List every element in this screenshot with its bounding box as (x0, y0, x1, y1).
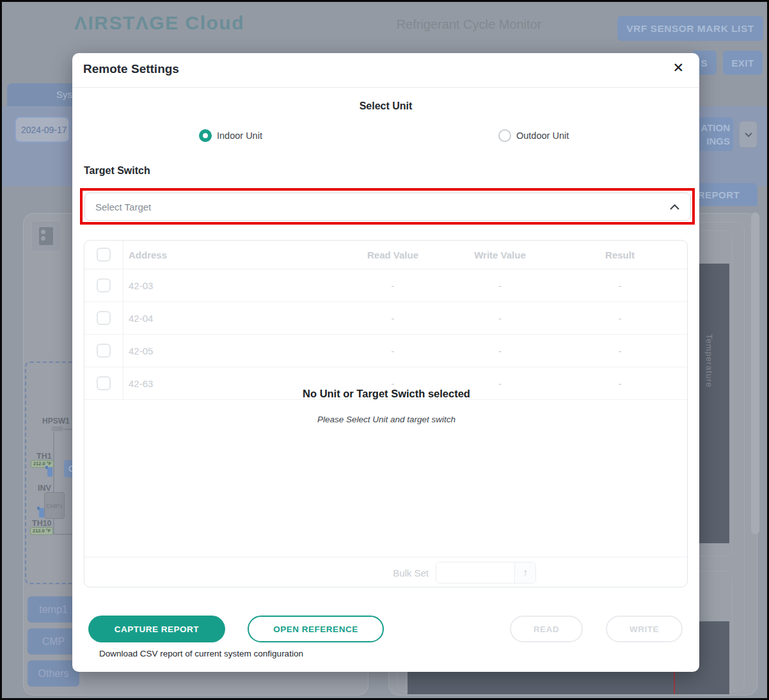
pipe-line-vertical (53, 432, 54, 534)
operation-settings-line2: INGS (706, 134, 730, 148)
write-button[interactable]: WRITE (606, 616, 683, 642)
read-button[interactable]: READ (510, 616, 583, 642)
th10-sensor-icon (39, 508, 44, 518)
th10-label: TH10 (32, 519, 52, 528)
th1-label: TH1 (36, 452, 52, 461)
col-address: Address (123, 250, 338, 260)
remote-settings-dialog: Remote Settings ✕ Select Unit Indoor Uni… (72, 53, 699, 672)
row-write: - (447, 313, 553, 324)
col-result: Result (553, 250, 687, 260)
table-row: 42-05 - - - (84, 335, 687, 367)
row-address: 42-63 (123, 378, 338, 389)
csv-note: Download CSV report of current system co… (99, 649, 303, 658)
row-address: 42-05 (123, 346, 338, 356)
dialog-title: Remote Settings (83, 62, 179, 76)
unit-dropdown-button[interactable] (739, 121, 757, 148)
title-divider (72, 87, 699, 88)
col-write-value: Write Value (447, 250, 553, 260)
pipe-line-hpsw (63, 429, 72, 430)
airstage-cloud-logo: ΛIRSTΛGE Cloud (74, 12, 244, 34)
operation-settings-button-partial[interactable]: ATION INGS (695, 117, 733, 151)
row-checkbox[interactable] (97, 344, 111, 358)
legend-button-cmp[interactable]: CMP (28, 628, 79, 655)
capture-report-button[interactable]: CAPTURE REPORT (88, 616, 225, 642)
radio-indoor-unit[interactable]: Indoor Unit (199, 129, 262, 142)
legend-button-others[interactable]: Others (28, 660, 79, 687)
open-reference-button[interactable]: OPEN REFERENCE (248, 616, 384, 642)
cmp1-compressor-box: CMP1 (44, 492, 65, 519)
row-result: - (553, 313, 687, 324)
hpsw1-label: HPSW1 (42, 417, 70, 426)
radio-outdoor-label: Outdoor Unit (516, 131, 569, 141)
operation-settings-line1: ATION (701, 121, 730, 134)
chevron-down-icon (744, 132, 753, 138)
target-switch-heading: Target Switch (84, 165, 150, 177)
bulk-set-input[interactable] (436, 562, 514, 583)
date-picker[interactable]: 2024-09-17 (15, 116, 70, 143)
select-unit-heading: Select Unit (72, 100, 699, 112)
row-address: 42-04 (123, 313, 338, 324)
switch-table: Address Read Value Write Value Result 42… (84, 240, 688, 587)
temperature-axis-label: Temperature (704, 334, 714, 388)
th10-temperature-badge: 212.0 °F (30, 527, 53, 535)
chart-scrollbar[interactable] (751, 212, 759, 534)
row-result: - (553, 378, 687, 389)
outdoor-unit-icon (31, 221, 61, 251)
target-switch-select[interactable]: Select Target (84, 193, 691, 221)
radio-unselected-icon (498, 129, 511, 142)
row-read: - (338, 313, 447, 324)
legend-button-temp1[interactable]: temp1 (28, 596, 79, 623)
row-checkbox[interactable] (97, 311, 111, 325)
radio-outdoor-unit[interactable]: Outdoor Unit (498, 129, 569, 142)
radio-indoor-label: Indoor Unit (217, 131, 262, 141)
col-read-value: Read Value (338, 250, 447, 260)
th1-sensor-icon (47, 467, 52, 477)
tab-system[interactable]: Syst (7, 83, 82, 106)
row-write: - (447, 346, 553, 356)
chevron-up-icon (669, 203, 680, 211)
row-write: - (447, 378, 553, 389)
row-read: - (338, 346, 447, 356)
select-all-checkbox[interactable] (97, 248, 111, 262)
row-checkbox[interactable] (97, 278, 111, 292)
bulk-set-label: Bulk Set (393, 568, 429, 578)
row-result: - (553, 280, 687, 291)
select-placeholder: Select Target (95, 202, 151, 212)
radio-selected-icon (199, 129, 212, 142)
close-icon[interactable]: ✕ (672, 61, 684, 74)
row-read: - (338, 378, 447, 389)
empty-state-subtitle: Please Select Unit and target switch (84, 415, 688, 424)
arrow-up-icon[interactable]: ↑ (514, 562, 535, 583)
table-row: 42-03 - - - (84, 269, 687, 302)
exit-button[interactable]: EXIT (723, 51, 763, 75)
row-address: 42-03 (123, 280, 338, 291)
row-read: - (338, 280, 447, 291)
row-result: - (553, 346, 687, 356)
inv-label: INV (38, 484, 51, 493)
row-write: - (447, 280, 553, 291)
table-header-row: Address Read Value Write Value Result (84, 241, 687, 269)
table-row: 42-04 - - - (84, 302, 687, 335)
vrf-sensor-mark-list-button[interactable]: VRF SENSOR MARK LIST (617, 16, 763, 41)
app-window: ΛIRSTΛGE Cloud Refrigerant Cycle Monitor… (0, 0, 769, 700)
pipe-line-horizontal (53, 534, 72, 535)
hpsw1-switch-icon (51, 426, 64, 432)
empty-state-title: No Unit or Target Swicth selected (84, 388, 688, 400)
page-title: Refrigerant Cycle Monitor (386, 17, 552, 32)
bulk-set-row: Bulk Set ↑ (84, 557, 688, 588)
